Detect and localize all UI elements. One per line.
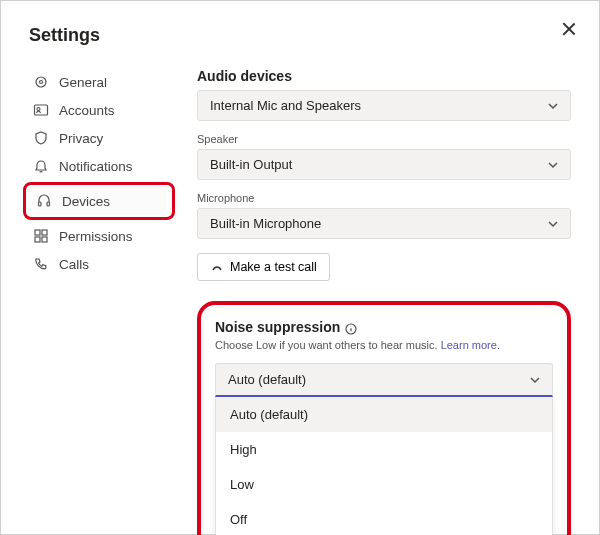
grid-icon xyxy=(33,228,49,244)
sidebar-item-label: Devices xyxy=(62,194,110,209)
speaker-select[interactable]: Built-in Output xyxy=(197,149,571,180)
noise-option-high[interactable]: High xyxy=(216,432,552,467)
chevron-down-icon xyxy=(546,158,560,172)
close-button[interactable] xyxy=(561,21,577,37)
headset-icon xyxy=(36,193,52,209)
svg-point-3 xyxy=(37,108,40,111)
chevron-down-icon xyxy=(546,217,560,231)
speaker-label: Speaker xyxy=(197,133,571,145)
svg-rect-6 xyxy=(35,230,40,235)
svg-rect-8 xyxy=(35,237,40,242)
page-title: Settings xyxy=(29,25,571,46)
phone-icon xyxy=(33,256,49,272)
chevron-down-icon xyxy=(546,99,560,113)
noise-suppression-title: Noise suppression xyxy=(215,319,340,335)
svg-rect-4 xyxy=(39,202,42,206)
noise-suppression-value: Auto (default) xyxy=(228,372,306,387)
main-panel: Audio devices Internal Mic and Speakers … xyxy=(197,68,571,535)
sidebar-item-label: Notifications xyxy=(59,159,133,174)
sidebar-item-privacy[interactable]: Privacy xyxy=(29,124,169,152)
devices-highlight: Devices xyxy=(23,182,175,220)
svg-rect-7 xyxy=(42,230,47,235)
chevron-down-icon xyxy=(528,373,542,387)
id-card-icon xyxy=(33,102,49,118)
info-icon[interactable] xyxy=(345,321,357,333)
sidebar: General Accounts Privacy Notifications xyxy=(29,68,169,535)
layout: General Accounts Privacy Notifications xyxy=(29,68,571,535)
noise-option-auto[interactable]: Auto (default) xyxy=(216,397,552,432)
noise-suppression-section: Noise suppression Choose Low if you want… xyxy=(197,301,571,535)
bell-icon xyxy=(33,158,49,174)
phone-arc-icon xyxy=(210,260,224,274)
sidebar-item-label: Permissions xyxy=(59,229,133,244)
shield-icon xyxy=(33,130,49,146)
noise-description: Choose Low if you want others to hear mu… xyxy=(215,339,553,351)
noise-desc-text: Choose Low if you want others to hear mu… xyxy=(215,339,438,351)
sidebar-item-calls[interactable]: Calls xyxy=(29,250,169,278)
make-test-call-button[interactable]: Make a test call xyxy=(197,253,330,281)
microphone-value: Built-in Microphone xyxy=(210,216,321,231)
sidebar-item-label: Accounts xyxy=(59,103,115,118)
svg-rect-5 xyxy=(47,202,50,206)
sidebar-item-devices[interactable]: Devices xyxy=(32,187,166,215)
sidebar-item-label: Calls xyxy=(59,257,89,272)
sidebar-item-label: General xyxy=(59,75,107,90)
sidebar-item-label: Privacy xyxy=(59,131,103,146)
svg-point-1 xyxy=(40,81,43,84)
speaker-value: Built-in Output xyxy=(210,157,292,172)
noise-suppression-highlight: Noise suppression Choose Low if you want… xyxy=(197,301,571,535)
audio-device-select[interactable]: Internal Mic and Speakers xyxy=(197,90,571,121)
sidebar-item-notifications[interactable]: Notifications xyxy=(29,152,169,180)
noise-option-low[interactable]: Low xyxy=(216,467,552,502)
learn-more-link[interactable]: Learn more. xyxy=(441,339,500,351)
noise-suppression-select[interactable]: Auto (default) xyxy=(215,363,553,397)
svg-rect-9 xyxy=(42,237,47,242)
microphone-label: Microphone xyxy=(197,192,571,204)
svg-point-0 xyxy=(36,77,46,87)
microphone-select[interactable]: Built-in Microphone xyxy=(197,208,571,239)
sidebar-item-accounts[interactable]: Accounts xyxy=(29,96,169,124)
gear-icon xyxy=(33,74,49,90)
make-test-call-label: Make a test call xyxy=(230,260,317,274)
noise-suppression-dropdown: Auto (default) High Low Off xyxy=(215,397,553,535)
sidebar-item-general[interactable]: General xyxy=(29,68,169,96)
sidebar-item-permissions[interactable]: Permissions xyxy=(29,222,169,250)
noise-option-off[interactable]: Off xyxy=(216,502,552,535)
audio-devices-heading: Audio devices xyxy=(197,68,571,84)
noise-title-row: Noise suppression xyxy=(215,319,553,335)
audio-device-value: Internal Mic and Speakers xyxy=(210,98,361,113)
svg-point-11 xyxy=(351,326,352,327)
settings-window: Settings General Accounts Privacy xyxy=(0,0,600,535)
svg-rect-2 xyxy=(35,105,48,115)
